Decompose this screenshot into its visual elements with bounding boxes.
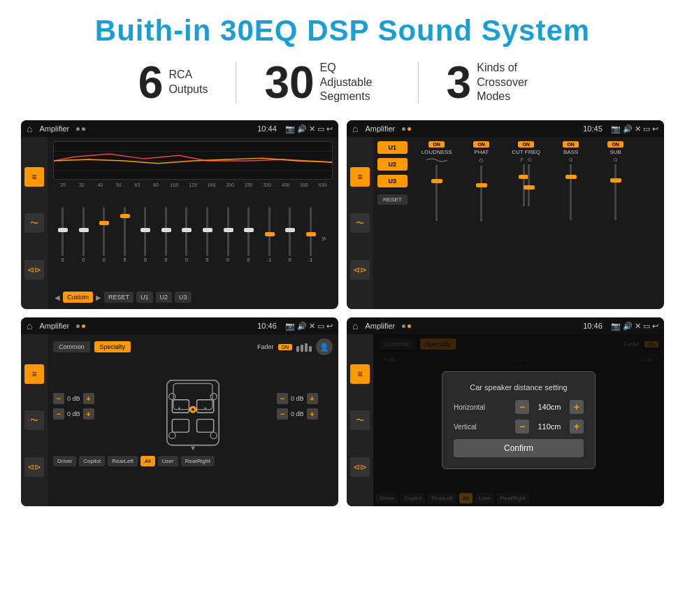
amp-tilde-loudness — [426, 157, 447, 163]
spk-on-badge[interactable]: ON — [278, 344, 293, 350]
dialog-vertical-minus[interactable]: − — [515, 420, 529, 434]
dialog-vertical-control: − 110cm + — [515, 420, 584, 434]
amp-slider-cutfreq-2[interactable] — [528, 164, 530, 206]
freq-125: 125 — [185, 182, 202, 187]
amp-on-phat[interactable]: ON — [473, 141, 489, 148]
amp-sidebar-icon-2[interactable]: 〜 — [350, 213, 370, 233]
spk-rearleft-btn[interactable]: RearLeft — [108, 456, 138, 466]
spk-plus-2[interactable]: + — [83, 408, 94, 420]
eq-custom-btn[interactable]: Custom — [63, 292, 93, 303]
spk-minus-1[interactable]: − — [53, 393, 64, 404]
dialog-horizontal-plus[interactable]: + — [570, 400, 584, 414]
eq-next-btn[interactable]: ▶ — [96, 294, 101, 301]
spk-minus-3[interactable]: − — [277, 393, 288, 404]
spk-minus-4[interactable]: − — [277, 408, 288, 420]
spk-sidebar-icon-2[interactable]: 〜 — [24, 410, 44, 430]
stat-number-eq: 30 — [264, 60, 314, 105]
eq-expand-icon[interactable]: » — [322, 234, 333, 243]
spk-controls-right: − 0 dB + − 0 dB + — [277, 393, 333, 420]
freq-100: 100 — [166, 182, 183, 187]
spk-sidebar-icon-1[interactable]: ≡ — [24, 364, 44, 384]
spk-plus-4[interactable]: + — [307, 408, 318, 420]
amp-slider-bass[interactable] — [570, 164, 572, 220]
amp-reset-btn[interactable]: RESET — [377, 194, 408, 205]
eq-u2-btn[interactable]: U2 — [156, 292, 173, 303]
home-icon-4[interactable]: ⌂ — [352, 320, 358, 331]
eq-freq-labels: 25 32 40 50 63 80 100 125 160 200 250 32… — [53, 182, 333, 187]
home-icon-2[interactable]: ⌂ — [352, 123, 358, 134]
amp-u1-btn[interactable]: U1 — [377, 141, 408, 154]
screen-speaker: ⌂ Amplifier 10:46 📷 🔊 ✕ ▭ ↩ ≡ 〜 ⊲⊳ Commo — [21, 317, 338, 506]
spk-plus-3[interactable]: + — [307, 393, 318, 404]
amp-sidebar-icon-3[interactable]: ⊲⊳ — [350, 260, 370, 280]
svg-rect-8 — [197, 420, 214, 433]
dlg-sidebar-icon-1[interactable]: ≡ — [350, 364, 370, 384]
stat-crossover: 3 Kinds of Crossover Modes — [419, 60, 575, 105]
spk-person-icon[interactable]: 👤 — [316, 338, 333, 355]
dlg-sidebar-icon-2[interactable]: 〜 — [350, 410, 370, 430]
amp-u2-btn[interactable]: U2 — [377, 158, 408, 171]
eq-prev-btn[interactable]: ◀ — [55, 294, 60, 301]
home-icon-3[interactable]: ⌂ — [27, 320, 32, 331]
eq-u3-btn[interactable]: U3 — [175, 292, 192, 303]
spk-user-btn[interactable]: User — [158, 456, 178, 466]
spk-tab-specialty[interactable]: Specialty — [94, 341, 131, 352]
amp-on-cutfreq[interactable]: ON — [518, 141, 534, 148]
amp-slider-loudness[interactable] — [435, 165, 438, 221]
dialog-horizontal-minus[interactable]: − — [515, 400, 529, 414]
freq-630: 630 — [314, 182, 331, 187]
eq-reset-btn[interactable]: RESET — [104, 292, 134, 303]
spk-driver-btn[interactable]: Driver — [53, 456, 76, 466]
amp-label-phat: PHAT — [474, 149, 489, 155]
amp-on-loudness[interactable]: ON — [428, 141, 445, 148]
eq-icon-3[interactable]: ⊲⊳ — [24, 260, 44, 280]
eq-main: 25 32 40 50 63 80 100 125 160 200 250 32… — [48, 137, 338, 309]
amp-bass-g: G — [569, 157, 572, 162]
dialog-row-vertical: Vertical − 110cm + — [454, 420, 584, 434]
home-icon-1[interactable]: ⌂ — [27, 123, 32, 134]
stat-text-rca: RCA Outputs — [168, 68, 208, 97]
dialog-row-horizontal: Horizontal − 140cm + — [454, 400, 584, 414]
amp-slider-sub[interactable] — [614, 164, 616, 220]
dialog-horizontal-control: − 140cm + — [515, 400, 584, 414]
screen2-title: Amplifier — [365, 124, 395, 133]
eq-slider-4: 5 — [115, 207, 135, 270]
dlg-sidebar-icon-3[interactable]: ⊲⊳ — [350, 457, 370, 477]
screen-amp: ⌂ Amplifier 10:45 📷 🔊 ✕ ▭ ↩ ≡ 〜 ⊲⊳ — [347, 120, 664, 309]
status-bar-1: ⌂ Amplifier 10:44 📷 🔊 ✕ ▭ ↩ — [21, 120, 338, 137]
amp-on-bass[interactable]: ON — [563, 141, 579, 148]
page-title: Buith-in 30EQ DSP Sound System — [21, 14, 664, 48]
amp-u-buttons: U1 U2 U3 RESET — [377, 141, 408, 305]
spk-sidebar-icon-3[interactable]: ⊲⊳ — [24, 457, 44, 477]
amp-sidebar-icon-1[interactable]: ≡ — [350, 167, 370, 187]
spk-rearright-btn[interactable]: RearRight — [181, 456, 215, 466]
amp-on-sub[interactable]: ON — [607, 141, 623, 148]
eq-icon-2[interactable]: 〜 — [24, 213, 44, 233]
eq-slider-6: 0 — [157, 207, 176, 270]
spk-sidebar: ≡ 〜 ⊲⊳ — [21, 334, 48, 506]
freq-320: 320 — [259, 182, 276, 187]
spk-db-val-4: 0 dB — [291, 410, 304, 417]
spk-plus-1[interactable]: + — [83, 393, 94, 404]
eq-screen: ≡ 〜 ⊲⊳ — [21, 137, 338, 309]
dialog-confirm-button[interactable]: Confirm — [454, 439, 584, 457]
eq-slider-8: 0 — [198, 207, 217, 270]
spk-fader-bars — [296, 342, 312, 352]
spk-tab-common[interactable]: Common — [53, 341, 90, 352]
dialog-vertical-plus[interactable]: + — [570, 420, 584, 434]
amp-cutfreq-gf: FG — [521, 157, 532, 162]
amp-slider-phat[interactable] — [480, 166, 482, 222]
dot3 — [402, 127, 405, 131]
spk-copilot-btn[interactable]: Copilot — [79, 456, 105, 466]
eq-u1-btn[interactable]: U1 — [136, 292, 153, 303]
screen4-title: Amplifier — [365, 322, 395, 330]
status-bar-4: ⌂ Amplifier 10:46 📷 🔊 ✕ ▭ ↩ — [347, 317, 664, 334]
spk-all-btn[interactable]: All — [140, 456, 155, 466]
spk-layout: − 0 dB + − 0 dB + — [53, 361, 333, 452]
amp-u3-btn[interactable]: U3 — [377, 175, 408, 187]
eq-slider-13: -1 — [301, 207, 320, 270]
amp-cutfreq-sliders — [523, 164, 530, 206]
spk-minus-2[interactable]: − — [53, 408, 64, 420]
eq-slider-1: 0 — [53, 207, 73, 270]
eq-icon-1[interactable]: ≡ — [24, 167, 44, 187]
